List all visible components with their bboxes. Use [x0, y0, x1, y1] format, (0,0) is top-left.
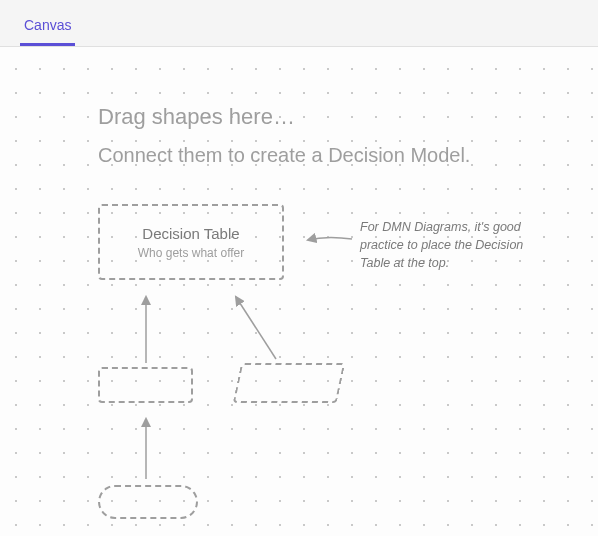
- input-shape-skew: [233, 363, 346, 403]
- decision-table-shape: Decision Table Who gets what offer: [98, 204, 284, 280]
- input-shape-oval: [98, 485, 198, 519]
- placeholder-line-1: Drag shapes here…: [98, 102, 538, 133]
- placeholder-line-2: Connect them to create a Decision Model.: [98, 141, 538, 169]
- tab-bar: Canvas: [0, 0, 598, 47]
- input-shape-rect: [98, 367, 193, 403]
- canvas-area[interactable]: Drag shapes here… Connect them to create…: [0, 47, 598, 536]
- tab-canvas[interactable]: Canvas: [20, 5, 75, 46]
- decision-table-title: Decision Table: [142, 225, 239, 242]
- decision-table-subtitle: Who gets what offer: [138, 246, 245, 260]
- svg-line-1: [236, 297, 276, 359]
- canvas-placeholder: Drag shapes here… Connect them to create…: [98, 102, 538, 169]
- tip-text: For DMN Diagrams, it's good practice to …: [360, 218, 555, 272]
